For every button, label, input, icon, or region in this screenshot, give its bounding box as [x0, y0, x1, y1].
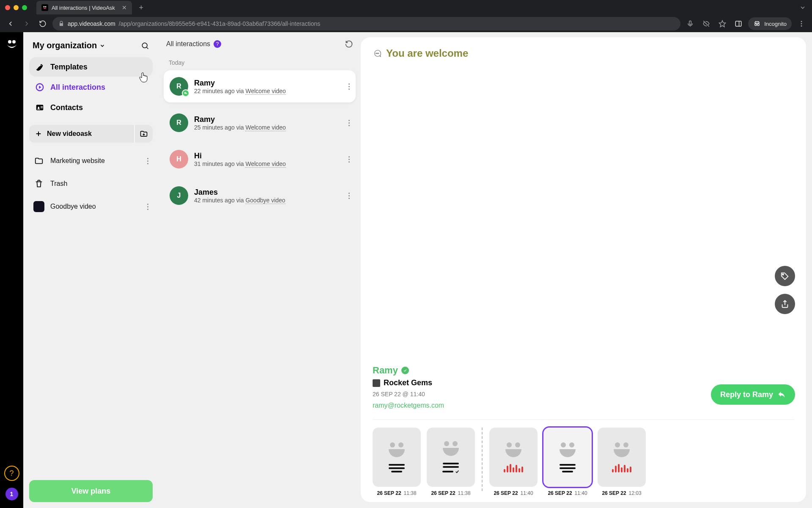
help-button[interactable]: ? — [4, 466, 19, 481]
interactions-list: R Ramy 22 minutes ago via Welcome video … — [164, 70, 356, 212]
interaction-card[interactable]: J James 42 minutes ago via Goodbye video — [164, 179, 356, 212]
svg-point-18 — [38, 107, 39, 108]
svg-point-9 — [801, 23, 802, 25]
thumbnail-item[interactable]: 26 SEP 2212:03 — [598, 428, 646, 496]
thumbnail-item[interactable]: 26 SEP 2211:38 — [427, 428, 475, 496]
thumbnail-item[interactable]: 26 SEP 2211:38 — [373, 428, 421, 496]
chevron-down-icon — [99, 43, 105, 49]
video-thumb-icon — [33, 201, 44, 212]
audio-type-icon — [504, 464, 523, 472]
minimize-window-icon[interactable] — [14, 5, 19, 10]
interaction-card[interactable]: R Ramy 25 minutes ago via Welcome video — [164, 107, 356, 139]
svg-point-12 — [12, 40, 16, 44]
svg-rect-20 — [41, 108, 43, 108]
card-more-icon[interactable] — [348, 120, 350, 126]
sidebar-item-templates[interactable]: Templates — [29, 57, 153, 77]
search-button[interactable] — [141, 41, 149, 50]
contact-name[interactable]: Ramy — [373, 365, 794, 376]
view-plans-button[interactable]: View plans — [29, 480, 153, 502]
eye-off-icon[interactable] — [700, 17, 713, 30]
audio-type-icon — [612, 464, 631, 472]
thumb-date: 26 SEP 22 — [602, 490, 626, 496]
interactions-column: All interactions ? Today R Ramy 22 minut… — [159, 32, 361, 508]
sidebar-item-label: Contacts — [50, 103, 83, 112]
svg-marker-3 — [719, 21, 726, 27]
interaction-card[interactable]: H Hi 31 minutes ago via Welcome video — [164, 143, 356, 175]
interaction-time: 25 minutes ago — [194, 124, 235, 131]
interaction-card[interactable]: R Ramy 22 minutes ago via Welcome video — [164, 70, 356, 102]
back-button[interactable] — [4, 17, 17, 30]
svg-marker-16 — [39, 86, 41, 88]
thumb-date: 26 SEP 22 — [494, 490, 518, 496]
interaction-time: 31 minutes ago — [194, 160, 235, 167]
tabs-dropdown-icon[interactable] — [799, 4, 806, 11]
forward-button[interactable] — [20, 17, 33, 30]
new-tab-button[interactable]: + — [135, 2, 147, 14]
tab-close-icon[interactable]: ✕ — [122, 4, 127, 11]
detail-pane: You are welcome Ramy Rocket Gems 26 SEP … — [361, 32, 812, 508]
notification-badge[interactable]: 1 — [5, 488, 18, 500]
browser-toolbar: app.videoask.com/app/organizations/8b955… — [0, 15, 812, 32]
card-more-icon[interactable] — [348, 193, 350, 199]
svg-point-11 — [8, 40, 11, 44]
sidebar: My organization Templates All interactio… — [23, 32, 159, 508]
svg-point-25 — [376, 53, 376, 54]
interaction-source-link[interactable]: Goodbye video — [245, 197, 285, 204]
star-icon[interactable] — [716, 17, 729, 30]
tab-strip: All interactions | VideoAsk ✕ + — [0, 0, 812, 15]
url-path: /app/organizations/8b955e56-e941-431a-89… — [119, 20, 320, 27]
help-badge-icon[interactable]: ? — [214, 40, 221, 48]
rocket-icon — [35, 62, 44, 72]
window-controls[interactable] — [5, 5, 27, 10]
reload-button[interactable] — [36, 17, 49, 30]
folder-goodbye-video[interactable]: Goodbye video — [29, 197, 153, 216]
incognito-badge[interactable]: Incognito — [748, 17, 792, 30]
browser-tab[interactable]: All interactions | VideoAsk ✕ — [36, 1, 132, 14]
maximize-window-icon[interactable] — [22, 5, 27, 10]
sidebar-item-contacts[interactable]: Contacts — [29, 98, 153, 117]
tab-title: All interactions | VideoAsk — [52, 5, 115, 11]
close-window-icon[interactable] — [5, 5, 10, 10]
reply-button[interactable]: Reply to Ramy — [711, 384, 795, 405]
panel-icon[interactable] — [732, 17, 745, 30]
interaction-source-link[interactable]: Welcome video — [245, 88, 285, 95]
thumbnail-item-selected[interactable]: 26 SEP 2211:40 — [543, 428, 592, 496]
interaction-name: James — [194, 188, 343, 197]
lock-icon — [58, 21, 64, 27]
sidebar-item-all-interactions[interactable]: All interactions — [29, 77, 153, 97]
refresh-icon — [345, 40, 353, 48]
share-icon — [780, 299, 790, 309]
search-icon — [141, 41, 149, 50]
new-videoask-button[interactable]: New videoask — [29, 125, 134, 143]
address-bar[interactable]: app.videoask.com/app/organizations/8b955… — [52, 17, 680, 30]
interaction-time: 42 minutes ago — [194, 197, 235, 204]
thumb-date: 26 SEP 22 — [548, 490, 572, 496]
share-button[interactable] — [775, 294, 795, 314]
import-button[interactable] — [134, 125, 153, 143]
thumb-date: 26 SEP 22 — [377, 490, 401, 496]
thumb-time: 12:03 — [629, 490, 642, 496]
interaction-source-link[interactable]: Welcome video — [245, 124, 285, 131]
kebab-menu-icon[interactable] — [795, 17, 808, 30]
tag-button[interactable] — [775, 266, 795, 286]
folder-trash[interactable]: Trash — [29, 174, 153, 193]
svg-point-28 — [782, 274, 784, 275]
org-selector[interactable]: My organization — [33, 41, 105, 50]
folder-marketing-website[interactable]: Marketing website — [29, 151, 153, 171]
refresh-button[interactable] — [345, 40, 353, 48]
interaction-time: 22 minutes ago — [194, 88, 235, 94]
videoask-logo-icon[interactable] — [5, 38, 18, 51]
interaction-source-link[interactable]: Welcome video — [245, 160, 285, 168]
svg-point-7 — [757, 24, 760, 26]
thumb-time: 11:38 — [458, 490, 471, 496]
card-more-icon[interactable] — [348, 83, 350, 90]
card-more-icon[interactable] — [348, 156, 350, 163]
interaction-name: Ramy — [194, 79, 343, 88]
chat-bubble-icon — [373, 49, 382, 58]
folder-more-icon[interactable] — [147, 204, 148, 210]
folder-more-icon[interactable] — [147, 158, 148, 164]
mic-icon[interactable] — [684, 17, 697, 30]
thumbnail-strip: 26 SEP 2211:38 26 SEP 2211:38 26 SEP 221… — [373, 420, 794, 496]
thumbnail-item[interactable]: 26 SEP 2211:40 — [489, 428, 538, 496]
incognito-label: Incognito — [764, 21, 787, 27]
